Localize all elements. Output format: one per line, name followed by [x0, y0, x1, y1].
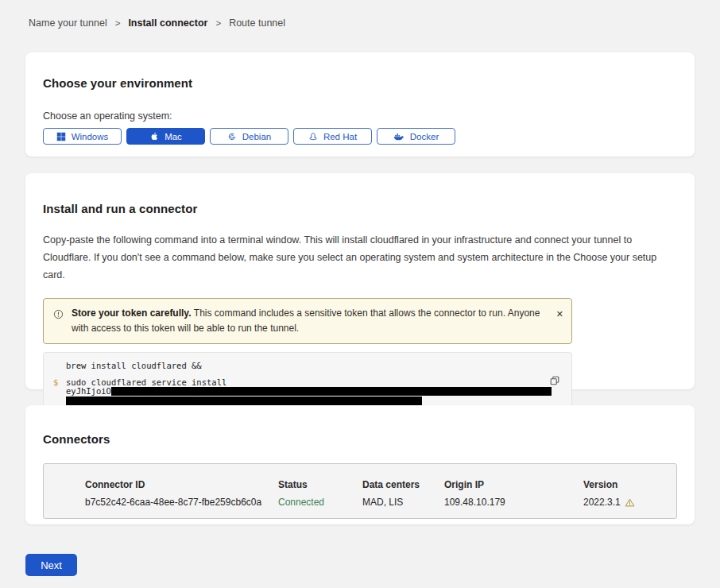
redhat-icon	[308, 132, 318, 141]
copy-icon[interactable]	[548, 373, 562, 390]
docker-icon	[393, 132, 405, 141]
os-button-docker[interactable]: Docker	[377, 128, 455, 145]
os-button-label: Windows	[72, 132, 109, 141]
shell-prompt: $	[53, 378, 66, 388]
column-header-data-centers: Data centers	[362, 479, 444, 490]
os-button-label: Docker	[410, 132, 439, 141]
breadcrumb: Name your tunnel > Install connector > R…	[29, 17, 285, 29]
connector-data-centers-value: MAD, LIS	[362, 497, 444, 508]
connector-version-value: 2022.3.1	[583, 497, 676, 508]
warning-circle-icon	[53, 308, 64, 323]
redacted-token-bar	[111, 387, 552, 396]
breadcrumb-step-route-tunnel[interactable]: Route tunnel	[229, 17, 285, 29]
breadcrumb-separator: >	[115, 18, 121, 28]
os-button-windows[interactable]: Windows	[43, 128, 122, 145]
os-button-redhat[interactable]: Red Hat	[293, 128, 372, 145]
install-card-title: Install and run a connector	[43, 173, 677, 215]
token-warning-alert: Store your token carefully. This command…	[43, 298, 572, 344]
apple-icon	[149, 131, 159, 141]
os-button-label: Red Hat	[323, 132, 357, 141]
token-prefix: eyJhIjoiO	[66, 387, 111, 397]
os-button-label: Debian	[242, 132, 271, 141]
os-select-label: Choose an operating system:	[43, 110, 677, 122]
connector-id-value: b7c52c42-6caa-48ee-8c77-fbe259cb6c0a	[85, 497, 278, 508]
choose-environment-card: Choose your environment Choose an operat…	[25, 52, 695, 157]
install-command-code-block: brew install cloudflared && $ sudo cloud…	[43, 352, 572, 409]
install-description: Copy-paste the following command into a …	[43, 232, 677, 284]
install-connector-card: Install and run a connector Copy-paste t…	[25, 173, 695, 389]
windows-icon	[56, 132, 66, 141]
connector-status-value: Connected	[278, 497, 362, 508]
breadcrumb-step-install-connector[interactable]: Install connector	[128, 17, 207, 29]
connectors-card-title: Connectors	[43, 405, 677, 446]
alert-text: Store your token carefully. This command…	[72, 306, 544, 336]
alert-title: Store your token carefully.	[72, 308, 194, 319]
os-button-mac[interactable]: Mac	[126, 128, 205, 145]
next-button[interactable]: Next	[25, 554, 77, 576]
version-text: 2022.3.1	[583, 497, 621, 508]
close-icon[interactable]: ✕	[556, 310, 563, 319]
breadcrumb-step-name-tunnel[interactable]: Name your tunnel	[29, 17, 107, 29]
debian-icon	[227, 132, 237, 141]
os-button-debian[interactable]: Debian	[210, 128, 288, 145]
command-line-brew: brew install cloudflared &&	[66, 362, 560, 371]
environment-card-title: Choose your environment	[43, 52, 677, 90]
warning-triangle-icon	[625, 497, 635, 508]
token-line: eyJhIjoiO	[66, 387, 560, 397]
breadcrumb-separator: >	[215, 18, 221, 28]
command-line-sudo: $ sudo cloudflared service install	[53, 378, 560, 388]
connectors-table: Connector ID Status Data centers Origin …	[43, 463, 677, 519]
column-header-version: Version	[583, 479, 676, 490]
column-header-status: Status	[278, 479, 362, 490]
os-button-group: Windows Mac Debian Red Hat Docker	[43, 128, 677, 145]
connectors-card: Connectors Connector ID Status Data cent…	[25, 405, 695, 524]
connector-origin-ip-value: 109.48.10.179	[444, 497, 583, 508]
redacted-token-bar	[66, 397, 422, 405]
column-header-connector-id: Connector ID	[85, 479, 278, 490]
os-button-label: Mac	[165, 132, 182, 141]
column-header-origin-ip: Origin IP	[444, 479, 583, 490]
